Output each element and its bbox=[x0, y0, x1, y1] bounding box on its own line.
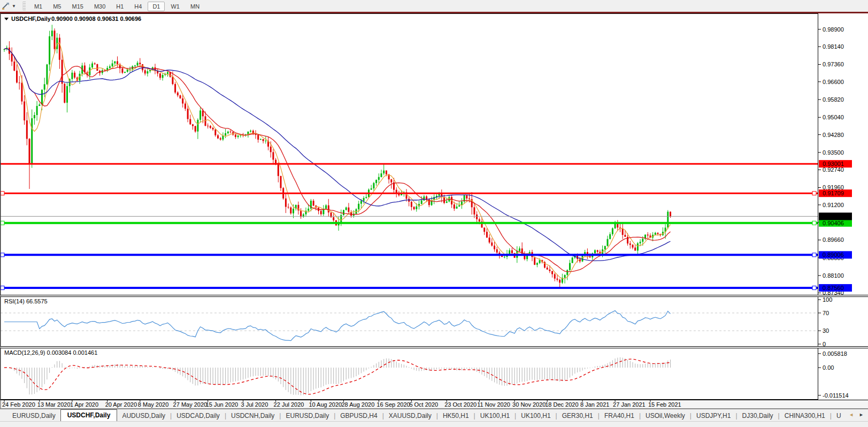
rsi-axis-label: 100 bbox=[823, 296, 832, 303]
line-price-label: 0.91709 bbox=[823, 190, 844, 196]
date-tick-label: 23 Oct 2020 bbox=[444, 401, 477, 408]
chart-tab-fra40-h1[interactable]: FRA40,H1 bbox=[600, 410, 639, 421]
rsi-title: RSI(14) 66.5575 bbox=[4, 298, 48, 304]
chart-tab-usdcad-daily[interactable]: USDCAD,Daily bbox=[172, 410, 225, 421]
date-tick-label: 20 Apr 2020 bbox=[105, 401, 137, 408]
date-tick-label: 27 Jan 2021 bbox=[613, 401, 646, 408]
line-handle-left[interactable] bbox=[1, 253, 4, 257]
chart-tab-truncated[interactable]: U bbox=[832, 410, 846, 421]
price-tick-label: 0.89660 bbox=[823, 237, 844, 243]
chart-tab-ger30-h1[interactable]: GER30,H1 bbox=[557, 410, 598, 421]
chart-tab-gbpusd-h4[interactable]: GBPUSD,H4 bbox=[335, 410, 382, 421]
chart-tab-china300-h1[interactable]: CHINA300,H1 bbox=[780, 410, 830, 421]
price-tick-label: 0.93500 bbox=[823, 149, 844, 156]
mt4-terminal: ▼ M1M5M15M30H1H4D1W1MN 0.989000.981400.9… bbox=[0, 0, 868, 427]
rsi-axis-label: 70 bbox=[823, 310, 829, 316]
line-handle-left[interactable] bbox=[1, 286, 4, 289]
date-tick-label: 11 Nov 2020 bbox=[477, 401, 510, 408]
rsi-panel[interactable] bbox=[1, 297, 818, 347]
price-tick-label: 0.91200 bbox=[823, 202, 844, 208]
timeframe-button-m15[interactable]: M15 bbox=[67, 2, 88, 11]
chart-tab-usdcnh-daily[interactable]: USDCNH,Daily bbox=[226, 410, 279, 421]
toolbar-grip-handle[interactable] bbox=[22, 2, 26, 10]
cursor-line-tool-button[interactable]: ▼ bbox=[0, 1, 18, 11]
macd-panel[interactable] bbox=[1, 348, 818, 400]
cursor-line-tool-icon bbox=[2, 2, 10, 10]
macd-axis-label: 0.005818 bbox=[823, 350, 847, 357]
chart-tab-xauusd-daily[interactable]: XAUUSD,Daily bbox=[384, 410, 436, 421]
timeframe-toolbar: ▼ M1M5M15M30H1H4D1W1MN bbox=[0, 0, 868, 12]
chart-tab-uk100-h1[interactable]: UK100,H1 bbox=[475, 410, 514, 421]
date-tick-label: 27 May 2020 bbox=[173, 401, 208, 408]
date-tick-label: 13 Mar 2020 bbox=[37, 401, 71, 408]
chart-tab-eurusd-daily[interactable]: EURUSD,Daily bbox=[281, 410, 334, 421]
chart-tab-usoil-weekly[interactable]: USOil,Weekly bbox=[641, 410, 690, 421]
timeframe-button-m1[interactable]: M1 bbox=[29, 2, 47, 11]
date-tick-label: 10 Aug 2020 bbox=[309, 401, 342, 408]
chart-tab-dj30-daily[interactable]: DJ30,Daily bbox=[738, 410, 778, 421]
tab-scroll-left-icon[interactable]: ◄ bbox=[849, 411, 854, 418]
timeframe-button-mn[interactable]: MN bbox=[186, 2, 204, 11]
status-strip bbox=[0, 421, 868, 427]
line-price-label: 0.89006 bbox=[823, 251, 844, 258]
symbol-title: USDCHF,Daily bbox=[11, 16, 51, 22]
date-tick-label: 15 Feb 2021 bbox=[648, 401, 681, 408]
price-tick-label: 0.95040 bbox=[823, 114, 844, 120]
macd-title: MACD(12,26,9) 0.003084 0.001461 bbox=[4, 349, 97, 356]
line-handle-right[interactable] bbox=[812, 221, 816, 225]
main-price-panel[interactable] bbox=[1, 14, 818, 295]
chart-tab-hk50-h1[interactable]: HK50,H1 bbox=[438, 410, 474, 421]
tab-scroll-right-icon[interactable]: ► bbox=[859, 411, 864, 418]
line-handle-right[interactable] bbox=[812, 192, 816, 195]
price-tick-label: 0.98140 bbox=[823, 43, 844, 50]
chart-tab-usdjpy-h1[interactable]: USDJPY,H1 bbox=[692, 410, 735, 421]
date-tick-label: 24 Feb 2020 bbox=[2, 401, 35, 408]
ohlc-readout: 0.90900 0.90908 0.90631 0.90696 bbox=[51, 16, 141, 22]
chart-area[interactable]: 0.989000.981400.973600.966000.958200.950… bbox=[0, 13, 868, 409]
date-tick-label: 5 Oct 2020 bbox=[409, 401, 438, 408]
date-tick-label: 8 May 2020 bbox=[138, 401, 168, 408]
line-handle-left[interactable] bbox=[1, 221, 4, 225]
macd-axis-label: 0.00 bbox=[823, 364, 834, 371]
date-tick-label: 30 Nov 2020 bbox=[512, 401, 546, 408]
tab-scroll-controls: ◄ ► bbox=[849, 411, 864, 418]
timeframe-button-h4[interactable]: H4 bbox=[129, 2, 147, 11]
line-price-label: 0.90406 bbox=[823, 220, 844, 226]
date-tick-label: 8 Jan 2021 bbox=[580, 401, 609, 408]
date-tick-label: 18 Dec 2020 bbox=[545, 401, 578, 408]
rsi-axis-label: 30 bbox=[823, 327, 829, 334]
chevron-down-icon: ▼ bbox=[12, 4, 16, 9]
line-handle-right[interactable] bbox=[812, 286, 816, 289]
price-tick-label: 0.88100 bbox=[823, 272, 844, 279]
timeframe-button-m30[interactable]: M30 bbox=[89, 2, 110, 11]
line-handle-left[interactable] bbox=[1, 192, 4, 195]
date-tick-label: 16 Sep 2020 bbox=[377, 401, 410, 408]
date-tick-label: 3 Jul 2020 bbox=[241, 401, 268, 408]
rsi-axis-label: 0 bbox=[823, 341, 826, 347]
chart-tab-usdchf-daily[interactable]: USDCHF,Daily bbox=[60, 409, 118, 421]
price-tick-label: 0.97360 bbox=[823, 61, 844, 67]
macd-axis-label: -0.011514 bbox=[823, 392, 849, 399]
date-tick-label: 1 Apr 2020 bbox=[70, 401, 98, 408]
chart-tab-audusd-daily[interactable]: AUDUSD,Daily bbox=[117, 410, 170, 421]
line-price-label: 0.87560 bbox=[823, 285, 844, 291]
date-tick-label: 22 Jul 2020 bbox=[274, 401, 304, 408]
chart-tab-bar: EURUSD,DailyUSDCHF,DailyAUDUSD,Daily|USD… bbox=[0, 409, 868, 421]
timeframe-button-h1[interactable]: H1 bbox=[111, 2, 128, 11]
timeframe-button-w1[interactable]: W1 bbox=[166, 2, 185, 11]
timeframe-button-m5[interactable]: M5 bbox=[48, 2, 66, 11]
chart-tab-eurusd-daily[interactable]: EURUSD,Daily bbox=[7, 410, 60, 421]
line-price-label: 0.93001 bbox=[823, 161, 844, 167]
price-tick-label: 0.94280 bbox=[823, 132, 844, 138]
chart-title: USDCHF,Daily0.90900 0.90908 0.90631 0.90… bbox=[4, 16, 141, 22]
timeframe-buttons: M1M5M15M30H1H4D1W1MN bbox=[29, 1, 205, 11]
timeframe-button-d1[interactable]: D1 bbox=[148, 2, 165, 11]
price-tick-label: 0.95820 bbox=[823, 96, 844, 103]
date-tick-label: 15 Jun 2020 bbox=[206, 401, 239, 408]
chart-canvas[interactable]: 0.989000.981400.973600.966000.958200.950… bbox=[0, 13, 868, 409]
date-tick-label: 28 Aug 2020 bbox=[342, 401, 375, 408]
line-handle-right[interactable] bbox=[812, 253, 816, 257]
chart-tab-uk100-h1[interactable]: UK100,H1 bbox=[516, 410, 555, 421]
current-price-label: 0.90696 bbox=[823, 213, 844, 219]
price-tick-label: 0.98900 bbox=[823, 26, 844, 33]
